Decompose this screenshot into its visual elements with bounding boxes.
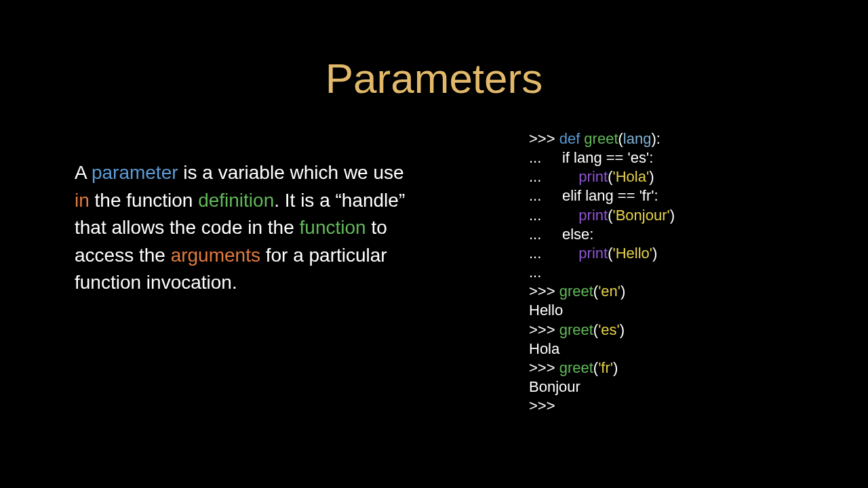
code-paren: ) [670,207,675,224]
code-block: >>> def greet(lang): ... if lang == 'es'… [434,129,675,415]
code-keyword-def: def [559,130,580,147]
code-cont-prompt: ... [529,207,578,224]
code-else: else: [562,226,593,243]
body-frag-function: function [300,217,366,238]
body-frag: the function [90,190,198,211]
code-prompt: >>> [529,397,559,414]
code-string: 'en' [598,283,620,300]
code-print: print [578,245,608,262]
code-cont-prompt: ... [529,149,562,166]
body-frag-in: in [75,190,90,211]
body-frag-arguments: arguments [171,245,260,266]
code-paren: ) [620,321,625,338]
body-frag: is a variable which we use [178,162,404,183]
code-print: print [578,168,608,185]
body-text: A parameter is a variable which we use i… [75,129,434,415]
code-paren: ) [613,359,618,376]
code-string: 'Hello' [612,245,652,262]
code-output: Bonjour [529,378,580,395]
code-prompt: >>> [529,130,559,147]
code-string: 'Bonjour' [612,207,669,224]
code-paren: ) [649,168,654,185]
code-cont-prompt: ... [529,168,578,185]
code-cont-prompt: ... [529,245,578,262]
code-call: greet [559,283,593,300]
code-paren: ( [618,130,623,147]
code-output: Hello [529,302,563,319]
code-elif: elif lang == 'fr': [562,187,658,204]
code-prompt: >>> [529,359,559,376]
code-cont-prompt: ... [529,264,545,281]
slide-content: A parameter is a variable which we use i… [0,129,868,415]
code-string: 'Hola' [612,168,649,185]
code-prompt: >>> [529,283,559,300]
code-paren: ): [651,130,660,147]
code-if: if lang == 'es': [562,149,653,166]
code-call: greet [559,359,593,376]
code-call: greet [559,321,593,338]
code-prompt: >>> [529,321,559,338]
code-output: Hola [529,340,559,357]
slide: Parameters A parameter is a variable whi… [0,0,868,488]
code-paren: ) [652,245,657,262]
code-print: print [578,207,608,224]
code-string: 'fr' [598,359,613,376]
code-param: lang [623,130,652,147]
code-cont-prompt: ... [529,187,562,204]
code-paren: ) [620,283,625,300]
body-frag-parameter: parameter [92,162,178,183]
slide-title: Parameters [0,0,868,129]
body-frag-definition: definition [198,190,274,211]
code-string: 'es' [598,321,620,338]
code-cont-prompt: ... [529,226,562,243]
body-frag: A [75,162,92,183]
code-func-name: greet [580,130,618,147]
